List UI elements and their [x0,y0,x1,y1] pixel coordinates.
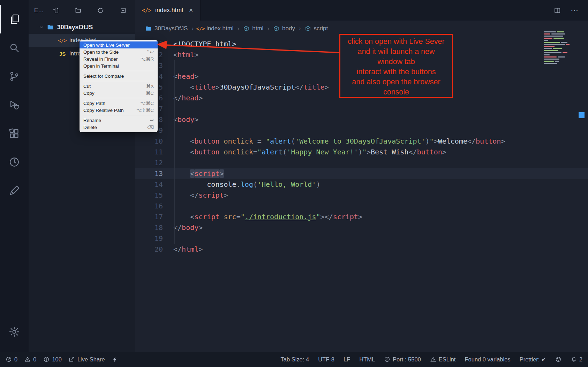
status-label: Port : 5500 [393,356,421,363]
breadcrumb-separator: › [191,25,194,32]
menu-item-select-for-compare[interactable]: Select for Compare [80,72,158,79]
status-label: Tab Size: 4 [281,356,309,363]
code-line-7[interactable]: 7 [135,104,588,114]
status-label: 2 [579,356,582,363]
code-line-18[interactable]: 18</body> [135,222,588,233]
status-port-5500[interactable]: Port : 5500 [384,356,421,363]
code-line-17[interactable]: 17 <script src="./introduction.js"></scr… [135,212,588,222]
activity-source-control[interactable] [0,62,28,91]
breadcrumb-item-index.html[interactable]: </>index.html [197,25,233,32]
menu-separator [83,98,154,98]
new-file-icon[interactable] [52,7,59,14]
activity-feedback[interactable] [0,176,28,205]
search-icon [8,42,20,54]
status-label: Live Share [77,356,105,363]
menu-item-rename[interactable]: Rename↩ [80,117,158,124]
more-actions-icon[interactable]: ⋯ [571,6,579,15]
menu-item-open-in-terminal[interactable]: Open in Terminal [80,62,158,69]
warning-icon [430,356,436,362]
status-smiley[interactable] [555,356,561,362]
breadcrumb-item-30DaysOfJS[interactable]: 30DaysOfJS [145,25,188,32]
breadcrumb-item-body[interactable]: body [273,25,295,32]
js-file-icon: JS [59,51,66,57]
menu-item-copy[interactable]: Copy⌘C [80,90,158,97]
symbol-icon [273,25,279,32]
menu-item-shortcut: ⌘X [146,83,154,89]
status-bolt[interactable] [112,356,118,362]
symbol-icon [305,25,311,32]
line-number: 13 [135,168,163,179]
breadcrumb-label: script [314,25,328,32]
status-0[interactable]: 0 [6,356,17,363]
activity-settings[interactable] [0,318,28,346]
status-label: 0 [33,356,36,363]
menu-item-label: Reveal in Finder [83,56,118,62]
menu-item-cut[interactable]: Cut⌘X [80,83,158,90]
activity-history[interactable] [0,148,28,176]
minimap[interactable] [544,31,574,65]
line-number: 14 [135,179,163,190]
status-tab-size-4[interactable]: Tab Size: 4 [281,356,309,363]
explorer-title: E... [34,7,44,14]
menu-item-copy-path[interactable]: Copy Path⌥⌘C [80,100,158,107]
status-eslint[interactable]: ESLint [430,356,456,363]
split-editor-icon[interactable] [554,7,561,14]
status-found-0-variables[interactable]: Found 0 variables [465,356,510,363]
status-100[interactable]: 100 [43,356,62,363]
code-line-10[interactable]: 10 <button onclick = "alert('Welcome to … [135,136,588,147]
activity-bar [0,0,29,352]
breadcrumb-item-html[interactable]: html [243,25,263,32]
menu-item-open-to-the-side[interactable]: Open to the Side⌃↩ [80,48,158,55]
status-live-share[interactable]: Live Share [69,356,105,363]
code-line-13[interactable]: 13 <script> [135,168,588,179]
new-folder-icon[interactable] [75,7,82,14]
chevron-down-icon [39,25,44,30]
info-icon [43,356,50,362]
annotation-line: window tab [340,57,452,67]
menu-item-shortcut: ⌥⌘R [140,56,154,62]
run-debug-icon [8,99,20,111]
line-content: <body> [173,114,198,125]
status-html[interactable]: HTML [359,356,375,363]
code-line-14[interactable]: 14 console.log('Hello, World') [135,179,588,190]
annotation-line: console [340,87,452,97]
menu-item-open-with-live-server[interactable]: Open with Live Server [80,41,158,48]
tree-root-folder[interactable]: 30DaysOfJS [29,21,135,34]
scrollbar-marker[interactable] [579,112,585,118]
line-number: 19 [135,233,163,244]
activity-extensions[interactable] [0,119,28,148]
line-content: </html> [173,244,203,255]
explorer-header: E... [29,0,135,21]
code-line-8[interactable]: 8<body> [135,114,588,125]
code-line-19[interactable]: 19 [135,233,588,244]
status-prettier-[interactable]: Prettier: ✔ [520,356,546,363]
menu-item-copy-relative-path[interactable]: Copy Relative Path⌥⇧⌘C [80,107,158,114]
activity-search[interactable] [0,33,28,62]
breadcrumb-item-script[interactable]: script [305,25,328,32]
breadcrumb-label: 30DaysOfJS [154,25,188,32]
breadcrumb-label: body [282,25,295,32]
menu-item-reveal-in-finder[interactable]: Reveal in Finder⌥⌘R [80,55,158,62]
code-line-11[interactable]: 11 <button onclick="alert('Happy New Yea… [135,147,588,158]
code-line-15[interactable]: 15 </script> [135,190,588,201]
status-0[interactable]: 0 [24,356,36,363]
code-line-9[interactable]: 9 [135,125,588,136]
menu-item-delete[interactable]: Delete⌫ [80,124,158,131]
line-number: 20 [135,244,163,255]
tab-index-html[interactable]: </> index.html × [135,0,201,21]
activity-explorer[interactable] [0,5,29,33]
status-2[interactable]: 2 [571,356,582,363]
status-lf[interactable]: LF [344,356,350,363]
code-line-12[interactable]: 12 [135,158,588,168]
code-line-20[interactable]: 20</html> [135,244,588,255]
refresh-icon[interactable] [97,7,104,14]
line-content: </head> [173,93,203,104]
close-icon[interactable]: × [189,6,193,14]
context-menu: Open with Live ServerOpen to the Side⌃↩R… [80,40,158,132]
code-line-16[interactable]: 16 [135,201,588,212]
menu-item-label: Open in Terminal [83,63,119,69]
activity-run-debug[interactable] [0,91,28,119]
collapse-all-icon[interactable] [120,7,127,14]
status-utf-8[interactable]: UTF-8 [318,356,334,363]
bolt-icon [112,356,118,362]
